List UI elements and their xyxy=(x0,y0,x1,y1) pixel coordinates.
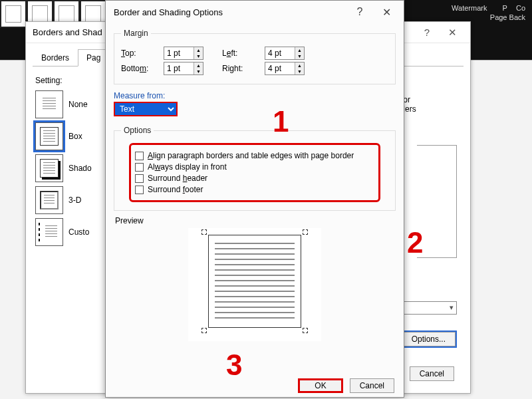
right-spinner[interactable]: ▲▼ xyxy=(265,62,305,75)
measure-from-select[interactable]: Text xyxy=(114,102,178,116)
options-group: Options Align paragraph borders and tabl… xyxy=(114,126,396,211)
top-spinner[interactable]: ▲▼ xyxy=(164,47,203,60)
bottom-spinner[interactable]: ▲▼ xyxy=(164,62,203,75)
left-label: Left: xyxy=(222,49,259,58)
measure-from-label: Measure from: xyxy=(114,91,396,100)
checkbox-icon[interactable] xyxy=(135,163,144,172)
back-cancel-button[interactable]: Cancel xyxy=(410,366,454,381)
opt-surround-footer[interactable]: Surround footer xyxy=(135,185,374,194)
checkbox-icon[interactable] xyxy=(135,174,144,183)
ribbon-p[interactable]: P xyxy=(503,4,507,12)
bottom-input[interactable] xyxy=(164,63,194,74)
tab-borders[interactable]: Borders xyxy=(33,49,78,66)
ok-button[interactable]: OK xyxy=(298,378,342,393)
back-close-button[interactable]: ✕ xyxy=(440,27,465,39)
front-close-button[interactable]: ✕ xyxy=(373,6,400,19)
setting-box-icon[interactable] xyxy=(35,122,63,150)
front-button-row: OK Cancel xyxy=(298,378,394,393)
checkbox-icon[interactable] xyxy=(135,186,144,194)
border-shading-options-dialog: Border and Shading Options ? ✕ Margin TT… xyxy=(105,0,404,398)
options-legend: Options xyxy=(121,126,154,135)
left-spinner[interactable]: ▲▼ xyxy=(265,47,305,60)
front-title: Border and Shading Options xyxy=(114,7,346,17)
bottom-label: Bottom: xyxy=(121,64,158,73)
opt-align-borders[interactable]: Align paragraph borders and table edges … xyxy=(135,151,374,160)
setting-3d-icon[interactable] xyxy=(35,186,63,214)
ribbon-page-back[interactable]: Page Back xyxy=(452,13,525,21)
ribbon-watermark[interactable]: Watermark xyxy=(452,4,487,12)
front-cancel-button[interactable]: Cancel xyxy=(350,378,394,393)
setting-none-label: None xyxy=(68,100,88,109)
annotation-marker-1: 1 xyxy=(273,105,289,138)
front-help-button[interactable]: ? xyxy=(346,6,373,18)
left-input[interactable] xyxy=(265,47,295,59)
right-label: Right: xyxy=(222,64,259,73)
preview-pane xyxy=(188,228,321,341)
setting-shadow-icon[interactable] xyxy=(35,154,63,182)
ribbon-right: Watermark P Co Page Back xyxy=(445,0,532,21)
setting-custom-label: Custo xyxy=(68,227,89,237)
ribbon-co[interactable]: Co xyxy=(516,4,525,12)
setting-box-label: Box xyxy=(68,132,82,141)
opt-display-front[interactable]: Always display in front xyxy=(135,162,374,172)
setting-none-icon[interactable] xyxy=(35,90,63,118)
opt-surround-header[interactable]: Surround header xyxy=(135,174,374,183)
setting-custom-icon[interactable] xyxy=(35,218,63,246)
options-highlight-box: Align paragraph borders and table edges … xyxy=(129,143,380,202)
top-label: TTop:op: xyxy=(121,49,158,58)
setting-3d-label: 3-D xyxy=(68,196,81,205)
setting-shadow-label: Shado xyxy=(68,164,92,173)
top-input[interactable] xyxy=(164,47,194,59)
checkbox-icon[interactable] xyxy=(135,152,144,160)
right-input[interactable] xyxy=(265,63,295,74)
options-button[interactable]: Options... xyxy=(402,332,456,346)
annotation-marker-2: 2 xyxy=(407,226,423,259)
annotation-marker-3: 3 xyxy=(226,348,242,382)
back-help-button[interactable]: ? xyxy=(414,27,440,38)
margin-legend: Margin xyxy=(121,29,151,38)
front-titlebar: Border and Shading Options ? ✕ xyxy=(106,1,404,23)
margin-group: Margin TTop:op: ▲▼ Left: ▲▼ Bottom: ▲▼ R… xyxy=(114,29,396,84)
preview-label: Preview xyxy=(115,216,394,225)
